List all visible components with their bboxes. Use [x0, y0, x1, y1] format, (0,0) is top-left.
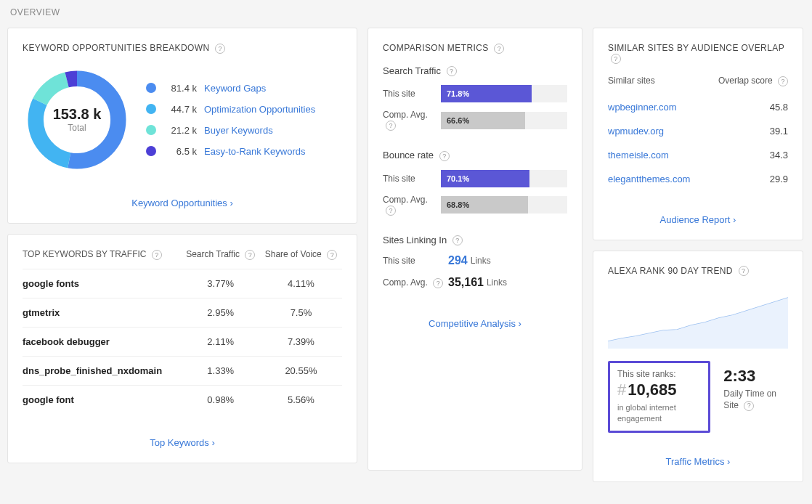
- similar-site-link[interactable]: wpbeginner.com: [608, 102, 677, 113]
- similar-sites-card: SIMILAR SITES BY AUDIENCE OVERLAP ? Simi…: [593, 28, 803, 240]
- keyword-cell: facebook debugger: [23, 327, 182, 356]
- alexa-rank-card: ALEXA RANK 90 DAY TREND ? This site rank…: [593, 251, 803, 482]
- bar-track: 68.8%: [441, 196, 567, 214]
- this-site-label: This site: [383, 89, 441, 99]
- bounce-rate-metric: Bounce rate ? This site 70.1% Comp. Avg.…: [383, 150, 567, 215]
- help-icon[interactable]: ?: [494, 44, 504, 54]
- share-cell: 7.5%: [260, 298, 342, 327]
- search-traffic-metric: Search Traffic ? This site 71.8% Comp. A…: [383, 65, 567, 131]
- overlap-score: 34.3: [770, 150, 788, 160]
- help-icon[interactable]: ?: [744, 401, 754, 411]
- help-icon[interactable]: ?: [386, 206, 396, 216]
- time-value: 2:33: [723, 367, 788, 386]
- bar-track: 70.1%: [441, 170, 567, 187]
- card-title: ALEXA RANK 90 DAY TREND ?: [608, 266, 788, 277]
- legend-dot: [146, 146, 156, 156]
- col-keyword: TOP KEYWORDS BY TRAFFIC ?: [23, 249, 182, 269]
- list-item: wpmudev.org39.1: [608, 119, 788, 143]
- share-cell: 4.11%: [260, 269, 342, 298]
- help-icon[interactable]: ?: [152, 250, 162, 260]
- bar-fill-avg: 66.6%: [441, 112, 525, 129]
- time-on-site-box: 2:33 Daily Time on Site ?: [723, 361, 788, 433]
- legend-dot: [146, 125, 156, 135]
- bar-fill-avg: 68.8%: [441, 196, 528, 214]
- share-cell: 7.39%: [260, 327, 342, 356]
- share-cell: 20.55%: [260, 356, 342, 385]
- keyword-cell: google fonts: [23, 269, 182, 298]
- col-share-of-voice: Share of Voice ?: [260, 249, 342, 269]
- comparison-metrics-card: COMPARISON METRICS ? Search Traffic ? Th…: [368, 28, 582, 471]
- linking-this-value[interactable]: 294: [448, 254, 468, 267]
- keyword-opportunities-card: KEYWORD OPPORTUNITIES BREAKDOWN ? 153.8 …: [7, 28, 357, 224]
- similar-site-link[interactable]: elegantthemes.com: [608, 174, 690, 184]
- overlap-score: 39.1: [770, 126, 788, 137]
- col-search-traffic: Search Traffic ?: [182, 249, 260, 269]
- help-icon[interactable]: ?: [215, 44, 225, 54]
- legend-item: 21.2 k Buyer Keywords: [146, 125, 315, 136]
- card-title: KEYWORD OPPORTUNITIES BREAKDOWN ?: [23, 43, 342, 54]
- col-overlap-score: Overlap score ?: [718, 76, 788, 86]
- similar-site-link[interactable]: themeisle.com: [608, 150, 669, 160]
- help-icon[interactable]: ?: [452, 235, 463, 245]
- help-icon[interactable]: ?: [327, 250, 337, 260]
- legend-link[interactable]: Keyword Gaps: [204, 83, 266, 94]
- competitive-analysis-link[interactable]: Competitive Analysis: [383, 308, 567, 329]
- legend-link[interactable]: Easy-to-Rank Keywords: [204, 146, 305, 157]
- table-row: dns_probe_finished_nxdomain1.33%20.55%: [23, 356, 342, 385]
- help-icon[interactable]: ?: [433, 278, 443, 288]
- legend-link[interactable]: Optimization Opportunities: [204, 104, 315, 115]
- rank-desc: in global internet engagement: [617, 402, 701, 423]
- comp-avg-label: Comp. Avg. ?: [383, 195, 441, 216]
- traffic-cell: 2.11%: [182, 327, 260, 356]
- help-icon[interactable]: ?: [778, 76, 788, 86]
- traffic-metrics-link[interactable]: Traffic Metrics: [608, 446, 788, 467]
- help-icon[interactable]: ?: [439, 151, 450, 161]
- keyword-cell: dns_probe_finished_nxdomain: [23, 356, 182, 385]
- help-icon[interactable]: ?: [611, 54, 621, 64]
- table-row: google fonts3.77%4.11%: [23, 269, 342, 298]
- this-site-label: This site: [383, 174, 441, 184]
- keyword-cell: gtmetrix: [23, 298, 182, 327]
- legend-dot: [146, 104, 156, 114]
- traffic-cell: 1.33%: [182, 356, 260, 385]
- card-title: SIMILAR SITES BY AUDIENCE OVERLAP ?: [608, 43, 788, 64]
- bar-fill-this: 71.8%: [441, 85, 532, 102]
- legend-item: 81.4 k Keyword Gaps: [146, 83, 315, 94]
- page-title: OVERVIEW: [10, 7, 805, 17]
- linking-metric: Sites Linking In ? This site 294 Links C…: [383, 235, 567, 290]
- comp-avg-label: Comp. Avg. ?: [383, 110, 441, 131]
- table-row: google font0.98%5.56%: [23, 385, 342, 414]
- keyword-opportunities-link[interactable]: Keyword Opportunities: [23, 187, 342, 208]
- top-keywords-link[interactable]: Top Keywords: [23, 427, 342, 448]
- similar-site-link[interactable]: wpmudev.org: [608, 126, 664, 137]
- overlap-score: 45.8: [770, 102, 788, 113]
- traffic-cell: 0.98%: [182, 385, 260, 414]
- rank-intro-label: This site ranks:: [617, 369, 701, 379]
- bar-fill-this: 70.1%: [441, 170, 529, 187]
- legend-link[interactable]: Buyer Keywords: [204, 125, 273, 136]
- list-item: themeisle.com34.3: [608, 143, 788, 167]
- this-site-label: This site: [383, 256, 448, 266]
- donut-total-value: 153.8 k: [53, 106, 102, 123]
- legend-item: 44.7 k Optimization Opportunities: [146, 104, 315, 115]
- legend-dot: [146, 83, 156, 93]
- help-icon[interactable]: ?: [739, 266, 749, 276]
- top-keywords-card: TOP KEYWORDS BY TRAFFIC ? Search Traffic…: [7, 234, 357, 463]
- linking-avg-value: 35,161: [448, 276, 484, 289]
- traffic-cell: 3.77%: [182, 269, 260, 298]
- rank-highlight-box: This site ranks: #10,685 in global inter…: [608, 361, 710, 433]
- top-keywords-table: TOP KEYWORDS BY TRAFFIC ? Search Traffic…: [23, 249, 342, 414]
- col-similar-sites: Similar sites: [608, 76, 655, 86]
- list-item: elegantthemes.com29.9: [608, 167, 788, 191]
- donut-legend: 81.4 k Keyword Gaps 44.7 k Optimization …: [146, 83, 315, 157]
- audience-report-link[interactable]: Audience Report: [608, 204, 788, 225]
- time-label: Daily Time on Site ?: [723, 389, 788, 411]
- legend-item: 6.5 k Easy-to-Rank Keywords: [146, 146, 315, 157]
- keyword-cell: google font: [23, 385, 182, 414]
- help-icon[interactable]: ?: [447, 66, 457, 76]
- donut-chart: 153.8 k Total: [23, 65, 131, 174]
- help-icon[interactable]: ?: [386, 121, 396, 131]
- bar-track: 71.8%: [441, 85, 567, 102]
- bar-track: 66.6%: [441, 112, 567, 129]
- help-icon[interactable]: ?: [245, 250, 255, 260]
